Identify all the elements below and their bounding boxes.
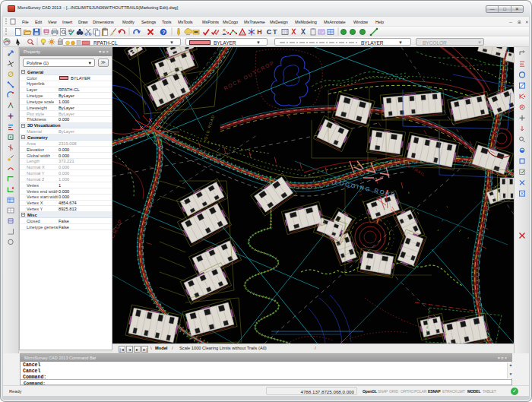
svg-text:Ⅹ: Ⅹ — [290, 28, 296, 36]
svg-text:4: 4 — [8, 52, 10, 57]
svg-text:Ⅹ: Ⅹ — [300, 28, 306, 36]
svg-text:H: H — [257, 28, 262, 36]
svg-text:C: C — [267, 28, 272, 36]
svg-text:T: T — [273, 28, 277, 36]
svg-text:?: ? — [162, 30, 165, 35]
svg-text:ab: ab — [68, 28, 73, 33]
